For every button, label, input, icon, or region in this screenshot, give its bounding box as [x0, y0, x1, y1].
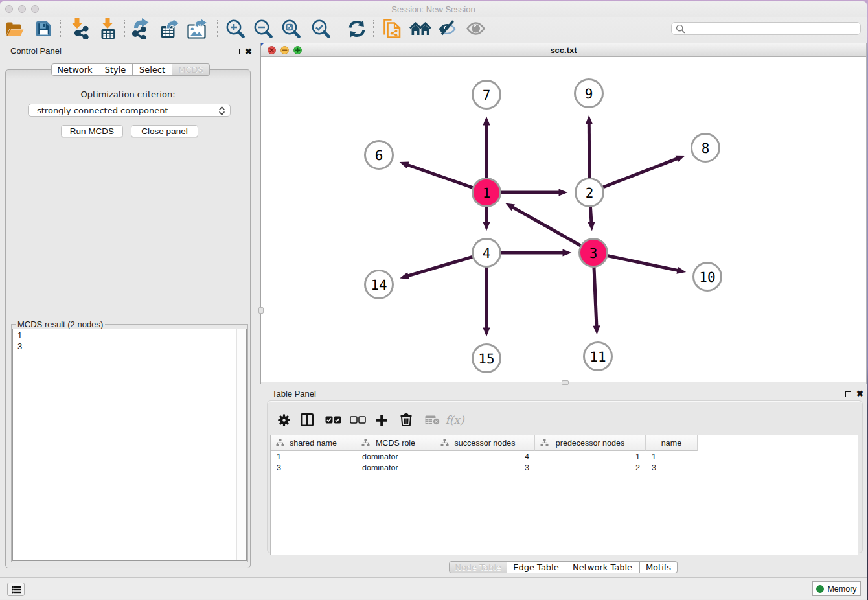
search-box[interactable]	[671, 22, 861, 35]
export-network-icon	[131, 18, 152, 39]
open-session-button[interactable]	[4, 17, 26, 40]
search-input[interactable]	[685, 23, 860, 34]
memory-button[interactable]: Memory	[812, 581, 861, 596]
tab-style[interactable]: Style	[98, 63, 133, 76]
close-panel-button[interactable]: Close panel	[131, 125, 198, 137]
zoom-selected-button[interactable]	[310, 17, 332, 40]
node-3[interactable]: 3	[580, 239, 608, 267]
export-image-button[interactable]	[186, 17, 209, 40]
tab-node-table[interactable]: Node Table	[449, 561, 507, 573]
node-15[interactable]: 15	[473, 345, 501, 373]
close-table-panel-icon[interactable]: ✖	[856, 389, 863, 398]
node-14[interactable]: 14	[365, 271, 393, 299]
node-7[interactable]: 7	[473, 81, 501, 109]
mcds-result-textarea[interactable]: 1 3	[12, 329, 247, 561]
cell-predecessor-nodes[interactable]: 2	[535, 462, 646, 473]
bottom-splitter-handle[interactable]	[562, 380, 569, 385]
cell-MCDS-role[interactable]: dominator	[356, 462, 435, 473]
svg-text:6: 6	[375, 148, 383, 163]
result-scrollbar[interactable]	[236, 329, 246, 560]
node-table: shared nameMCDS rolesuccessor nodesprede…	[270, 435, 858, 555]
duplicate-network-button[interactable]	[381, 17, 403, 40]
float-table-panel-icon[interactable]	[845, 391, 851, 397]
fit-content-button[interactable]	[280, 17, 302, 40]
close-panel-icon[interactable]: ✖	[245, 47, 252, 56]
column-header-MCDS-role[interactable]: MCDS role	[356, 435, 435, 451]
column-header-predecessor-nodes[interactable]: predecessor nodes	[535, 435, 646, 451]
hide-selected-button[interactable]	[436, 17, 458, 40]
import-table-button[interactable]	[96, 17, 119, 40]
arrowhead-3-11	[593, 325, 600, 334]
deselect-all-button[interactable]	[348, 409, 367, 431]
tab-edge-table[interactable]: Edge Table	[507, 561, 565, 573]
show-all-button[interactable]	[464, 17, 486, 40]
toolbar-separator	[373, 20, 374, 37]
control-panel-header: Control Panel ✖	[0, 40, 257, 61]
tab-motifs[interactable]: Motifs	[640, 561, 678, 573]
column-header-name[interactable]: name	[646, 435, 698, 451]
cell-successor-nodes[interactable]: 3	[435, 462, 535, 473]
arrowhead-1-4	[483, 222, 490, 231]
save-session-button[interactable]	[32, 17, 54, 40]
select-all-button[interactable]	[324, 409, 342, 431]
memory-status-dot	[816, 585, 824, 593]
first-neighbors-button[interactable]	[409, 17, 432, 40]
network-frame-titlebar[interactable]: scc.txt	[261, 43, 866, 57]
table-panel-tabs: Node TableEdge TableNetwork TableMotifs	[449, 561, 678, 573]
criterion-dropdown[interactable]: strongly connected component	[28, 104, 231, 117]
eye-slash-icon	[438, 19, 456, 38]
window-titlebar[interactable]: Session: New Session	[0, 1, 867, 18]
cell-shared-name[interactable]: 3	[271, 462, 356, 473]
function-builder-button[interactable]: f(x)	[444, 409, 466, 431]
node-4[interactable]: 4	[473, 239, 501, 267]
fx-icon: f(x)	[445, 413, 464, 426]
show-console-button[interactable]	[7, 583, 25, 596]
svg-text:11: 11	[589, 349, 606, 365]
refresh-button[interactable]	[346, 17, 368, 40]
arrowhead-4-14	[400, 272, 409, 279]
cell-name[interactable]: 3	[646, 462, 698, 473]
cell-predecessor-nodes[interactable]: 1	[535, 451, 646, 462]
cell-successor-nodes[interactable]: 4	[435, 451, 535, 462]
zoom-in-button[interactable]	[224, 17, 246, 40]
tab-network-table[interactable]: Network Table	[565, 561, 640, 573]
export-table-button[interactable]	[158, 17, 181, 40]
svg-text:8: 8	[702, 141, 710, 156]
node-11[interactable]: 11	[584, 343, 612, 371]
export-network-button[interactable]	[130, 17, 154, 40]
node-8[interactable]: 8	[692, 134, 720, 162]
network-frame-title: scc.txt	[261, 45, 866, 55]
run-mcds-button[interactable]: Run MCDS	[61, 125, 123, 137]
node-10[interactable]: 10	[694, 263, 722, 291]
add-row-button[interactable]	[373, 409, 390, 431]
table-row-2[interactable]: 3dominator323	[271, 462, 858, 473]
column-header-shared-name[interactable]: shared name	[271, 435, 356, 451]
tab-select[interactable]: Select	[133, 63, 172, 76]
cell-name[interactable]: 1	[646, 451, 698, 462]
split-view-button[interactable]	[299, 409, 315, 431]
node-2[interactable]: 2	[576, 179, 604, 207]
column-settings-button[interactable]	[276, 409, 291, 431]
node-1[interactable]: 1	[473, 179, 501, 207]
left-splitter-handle[interactable]	[258, 307, 264, 314]
node-9[interactable]: 9	[575, 80, 603, 108]
main-toolbar	[0, 17, 867, 40]
cell-MCDS-role[interactable]: dominator	[356, 451, 435, 462]
float-panel-icon[interactable]	[234, 49, 240, 54]
delete-table-icon	[425, 415, 440, 425]
table-row-1[interactable]: 1dominator411	[271, 451, 858, 462]
import-network-button[interactable]	[68, 17, 91, 40]
search-icon	[676, 24, 685, 34]
tab-network[interactable]: Network	[51, 63, 98, 76]
arrowhead-2-9	[586, 115, 593, 124]
cell-shared-name[interactable]: 1	[271, 451, 356, 462]
table-panel-title: Table Panel	[272, 389, 316, 398]
delete-table-button[interactable]	[423, 409, 441, 431]
zoom-out-button[interactable]	[252, 17, 274, 40]
tab-mcds[interactable]: MCDS	[172, 63, 210, 76]
node-6[interactable]: 6	[365, 141, 393, 169]
column-header-successor-nodes[interactable]: successor nodes	[435, 435, 535, 451]
eye-icon	[466, 22, 485, 35]
delete-row-button[interactable]	[398, 409, 415, 431]
network-canvas[interactable]: 7968124314101511	[261, 57, 866, 382]
